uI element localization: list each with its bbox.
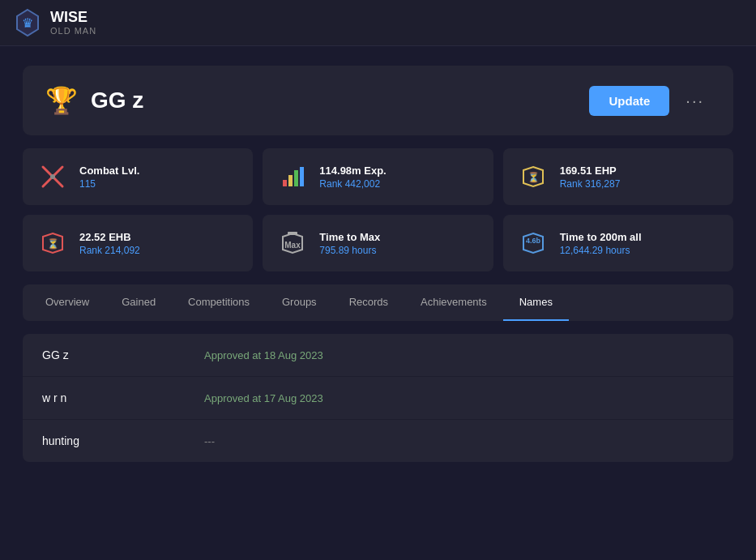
ehp-icon: ⏳ bbox=[518, 161, 549, 192]
stat-label-combat: Combat Lvl. bbox=[79, 165, 139, 177]
tab-records[interactable]: Records bbox=[333, 284, 404, 321]
stat-label-ehp: 169.51 EHP bbox=[560, 165, 621, 177]
stat-info-ehp: 169.51 EHP Rank 316,287 bbox=[560, 165, 621, 190]
names-row-0: GG z Approved at 18 Aug 2023 bbox=[23, 334, 733, 377]
svg-text:⏳: ⏳ bbox=[527, 171, 539, 183]
stat-label-exp: 114.98m Exp. bbox=[319, 165, 386, 177]
stat-value-ehb: Rank 214,092 bbox=[79, 245, 140, 256]
brand-title: WISE OLD MAN bbox=[50, 10, 96, 36]
stat-card-tt200: 4.6b Time to 200m all 12,644.29 hours bbox=[503, 215, 733, 271]
profile-left: 🏆 GG z bbox=[45, 85, 143, 116]
ttm-icon: Max bbox=[277, 228, 308, 259]
logo-icon: ♛ bbox=[13, 8, 42, 37]
status-2: --- bbox=[204, 435, 215, 447]
navbar: ♛ WISE OLD MAN bbox=[0, 0, 756, 46]
stat-info-tt200: Time to 200m all 12,644.29 hours bbox=[560, 231, 642, 256]
status-1: Approved at 17 Aug 2023 bbox=[204, 392, 323, 404]
stat-label-ehb: 22.52 EHB bbox=[79, 231, 140, 243]
combat-icon bbox=[37, 161, 68, 192]
tab-overview[interactable]: Overview bbox=[29, 284, 105, 321]
stat-label-tt200: Time to 200m all bbox=[560, 231, 642, 243]
stat-value-exp: Rank 442,002 bbox=[319, 178, 386, 190]
names-row-1: w r n Approved at 17 Aug 2023 bbox=[23, 377, 733, 420]
svg-text:Max: Max bbox=[285, 241, 301, 250]
name-2: hunting bbox=[42, 434, 204, 447]
name-0: GG z bbox=[42, 348, 204, 361]
main-content: 🏆 GG z Update ··· Combat Lvl. 115 bbox=[0, 46, 756, 481]
stat-info-ehb: 22.52 EHB Rank 214,092 bbox=[79, 231, 140, 256]
stat-card-ttm: Max Time to Max 795.89 hours bbox=[263, 215, 493, 271]
profile-name: GG z bbox=[91, 88, 143, 113]
svg-text:4.6b: 4.6b bbox=[526, 237, 541, 245]
stat-card-ehb: ⏳ 22.52 EHB Rank 214,092 bbox=[23, 215, 253, 271]
more-button[interactable]: ··· bbox=[679, 88, 711, 113]
names-table: GG z Approved at 18 Aug 2023 w r n Appro… bbox=[23, 334, 733, 462]
tab-groups[interactable]: Groups bbox=[266, 284, 333, 321]
tab-competitions[interactable]: Competitions bbox=[172, 284, 266, 321]
tab-achievements[interactable]: Achievements bbox=[404, 284, 503, 321]
status-0: Approved at 18 Aug 2023 bbox=[204, 349, 323, 361]
stat-value-tt200: 12,644.29 hours bbox=[560, 245, 642, 256]
tab-gained[interactable]: Gained bbox=[105, 284, 172, 321]
stat-value-ehp: Rank 316,287 bbox=[560, 178, 621, 190]
update-button[interactable]: Update bbox=[589, 86, 669, 116]
stat-card-ehp: ⏳ 169.51 EHP Rank 316,287 bbox=[503, 148, 733, 205]
ehb-icon: ⏳ bbox=[37, 228, 68, 259]
brand-oldman: OLD MAN bbox=[50, 26, 96, 36]
stats-grid: Combat Lvl. 115 114.98m Exp. Rank 442,00… bbox=[23, 148, 733, 271]
stat-label-ttm: Time to Max bbox=[319, 231, 380, 243]
svg-text:⏳: ⏳ bbox=[47, 237, 59, 250]
name-1: w r n bbox=[42, 391, 204, 404]
stat-info-ttm: Time to Max 795.89 hours bbox=[319, 231, 380, 256]
svg-text:♛: ♛ bbox=[22, 16, 33, 30]
profile-card: 🏆 GG z Update ··· bbox=[23, 66, 733, 135]
stat-card-combat: Combat Lvl. 115 bbox=[23, 148, 253, 205]
names-row-2: hunting --- bbox=[23, 420, 733, 462]
stat-value-ttm: 795.89 hours bbox=[319, 245, 380, 256]
exp-icon bbox=[277, 161, 308, 192]
svg-point-4 bbox=[50, 174, 55, 179]
svg-rect-7 bbox=[294, 170, 298, 186]
brand-wise: WISE bbox=[50, 10, 96, 26]
svg-rect-6 bbox=[288, 175, 293, 186]
stat-value-combat: 115 bbox=[79, 178, 139, 190]
tabs-bar: Overview Gained Competitions Groups Reco… bbox=[23, 284, 733, 321]
stat-info-exp: 114.98m Exp. Rank 442,002 bbox=[319, 165, 386, 190]
tab-names[interactable]: Names bbox=[503, 284, 569, 321]
brand-logo[interactable]: ♛ WISE OLD MAN bbox=[13, 8, 96, 37]
stat-card-exp: 114.98m Exp. Rank 442,002 bbox=[263, 148, 493, 205]
trophy-icon: 🏆 bbox=[45, 85, 78, 116]
svg-rect-5 bbox=[283, 180, 287, 186]
stat-info-combat: Combat Lvl. 115 bbox=[79, 165, 139, 190]
tt200-icon: 4.6b bbox=[518, 228, 549, 259]
svg-rect-8 bbox=[300, 167, 304, 186]
profile-actions: Update ··· bbox=[589, 86, 711, 116]
